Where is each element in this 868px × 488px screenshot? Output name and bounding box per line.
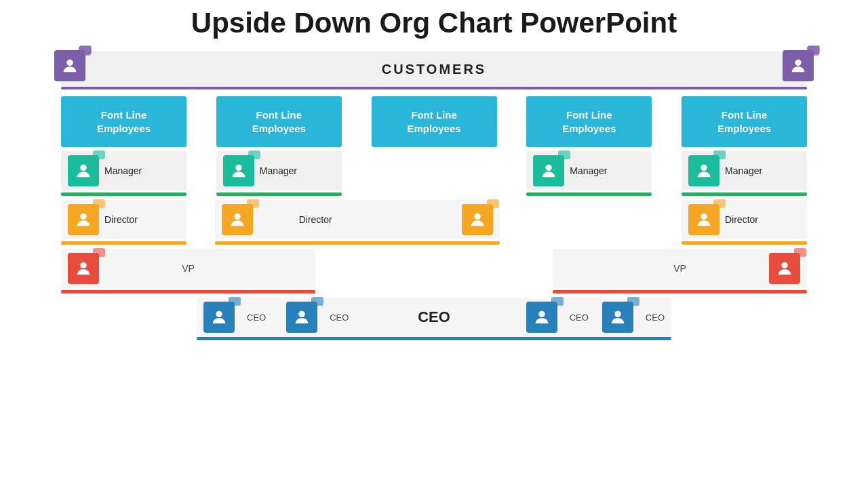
manager-label-4: Manager (570, 165, 607, 176)
svg-point-13 (299, 311, 305, 317)
manager-line-2 (216, 192, 342, 196)
ceo-sublabel-2: CEO (330, 312, 349, 323)
manager-slot-5: Manager (682, 151, 807, 196)
svg-point-15 (614, 311, 620, 317)
svg-point-0 (66, 60, 73, 66)
fontline-row: Font LineEmployees Font LineEmployees Fo… (61, 96, 807, 147)
director-row: Director Director (61, 200, 807, 245)
customer-icon-left (54, 50, 85, 81)
director-line-middle (215, 241, 500, 245)
manager-card-1: Manager (61, 151, 186, 190)
customer-icon-right (783, 50, 814, 81)
fontline-card-2: Font LineEmployees (216, 96, 342, 147)
vp-line-left (61, 290, 315, 293)
customers-icon-right (783, 50, 814, 81)
manager-card-4: Manager (526, 151, 652, 190)
director-card-right: Director (682, 200, 807, 239)
customers-bar: CUSTOMERS (61, 52, 807, 87)
customers-label: CUSTOMERS (382, 62, 486, 77)
svg-point-9 (701, 214, 707, 220)
manager-card-5: Manager (682, 151, 807, 190)
manager-slot-4: Manager (526, 151, 652, 196)
director-card-left: Director (61, 200, 186, 239)
vp-card-left: VP (61, 249, 315, 288)
svg-point-2 (80, 165, 86, 171)
svg-point-1 (795, 60, 801, 66)
svg-point-4 (546, 165, 552, 171)
customers-underline (61, 87, 807, 89)
director-slot-right: Director (682, 200, 807, 245)
svg-point-6 (80, 214, 86, 220)
svg-point-7 (234, 214, 240, 220)
fontline-card-5: Font LineEmployees (682, 96, 807, 147)
ceo-sublabel-1: CEO (247, 312, 266, 323)
director-line-left (61, 241, 186, 245)
ceo-row: CEO CEO CEO CEO (61, 298, 807, 337)
manager-label-2: Manager (260, 165, 297, 176)
ceo-section: CEO CEO CEO CEO (197, 298, 671, 337)
page-title: Upside Down Org Chart PowerPoint (20, 7, 848, 39)
manager-icon-4 (533, 155, 564, 186)
manager-slot-2: Manager (216, 151, 342, 196)
ceo-card: CEO CEO CEO CEO (197, 298, 671, 337)
manager-icon-5 (688, 155, 719, 186)
svg-point-11 (781, 262, 787, 268)
manager-label-5: Manager (725, 165, 762, 176)
vp-icon-left (68, 253, 99, 284)
customers-icon-left (54, 50, 85, 81)
director-icon-right (688, 204, 719, 235)
director-slot-left: Director (61, 200, 186, 245)
ceo-icon-1 (203, 302, 235, 333)
director-icon-middle-right (462, 204, 493, 235)
manager-line-5 (682, 192, 807, 196)
ceo-main-label: CEO (418, 308, 450, 326)
director-slot-middle: Director (215, 200, 500, 245)
director-label-middle: Director (299, 214, 332, 225)
svg-point-10 (80, 262, 86, 268)
svg-point-5 (701, 165, 707, 171)
vp-slot-right: VP (553, 249, 807, 293)
vp-label-left: VP (182, 263, 195, 274)
director-card-middle: Director (215, 200, 500, 239)
vp-row: VP VP (61, 249, 807, 293)
fontline-card-4: Font LineEmployees (526, 96, 652, 147)
vp-line-right (553, 290, 807, 293)
svg-point-8 (474, 214, 480, 220)
ceo-sublabel-3: CEO (570, 312, 589, 323)
manager-icon-1 (68, 155, 99, 186)
director-label-left: Director (104, 214, 138, 225)
manager-label-1: Manager (104, 165, 142, 176)
manager-icon-2 (223, 155, 254, 186)
ceo-underline (197, 337, 671, 340)
manager-line-4 (526, 192, 652, 196)
ceo-icon-4 (602, 302, 633, 333)
svg-point-14 (538, 311, 545, 317)
customers-row: CUSTOMERS (61, 52, 807, 87)
vp-label-right: VP (673, 263, 686, 274)
ceo-icon-3 (526, 302, 557, 333)
director-icon-left (68, 204, 99, 235)
manager-card-2: Manager (216, 151, 342, 190)
director-icon-middle (222, 204, 253, 235)
director-label-right: Director (725, 214, 758, 225)
svg-point-12 (216, 311, 222, 317)
page: Upside Down Org Chart PowerPoint CUSTOME… (0, 0, 868, 488)
manager-row: Manager Manager (61, 151, 807, 196)
manager-slot-1: Manager (61, 151, 186, 196)
fontline-card-3: Font LineEmployees (372, 96, 497, 147)
ceo-icon-2 (286, 302, 317, 333)
manager-line-1 (61, 192, 186, 196)
vp-icon-right (769, 253, 800, 284)
vp-card-right: VP (553, 249, 807, 288)
fontline-card-1: Font LineEmployees (61, 96, 186, 147)
ceo-sublabel-4: CEO (646, 312, 665, 323)
svg-point-3 (235, 165, 241, 171)
vp-slot-left: VP (61, 249, 315, 293)
director-line-right (682, 241, 807, 245)
